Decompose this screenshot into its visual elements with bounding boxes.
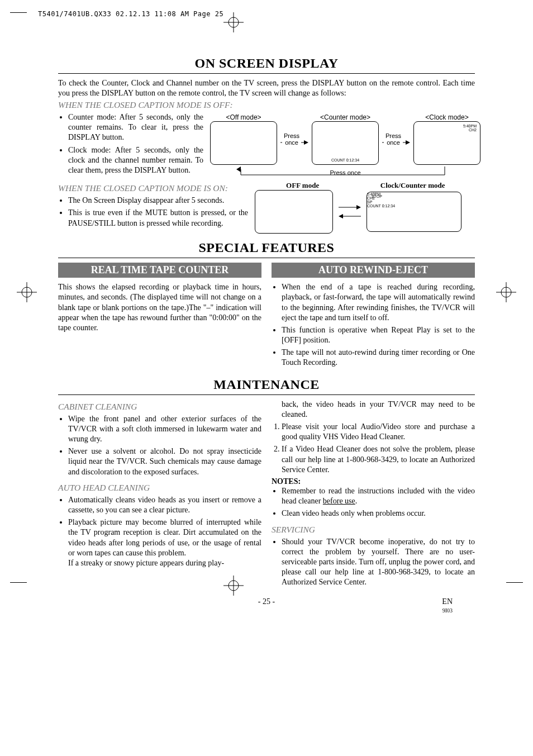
registration-mark-right — [496, 282, 516, 302]
press-once-label: Press — [284, 132, 299, 139]
page-footer: - 25 - EN — [58, 597, 475, 606]
off-mode-label: <Off mode> — [210, 113, 277, 121]
registration-mark-bottom — [223, 576, 244, 596]
stop-label: STOP — [372, 194, 382, 198]
count-readout: COUNT 0:12:34 — [367, 204, 461, 208]
servicing-heading: SERVICING — [272, 525, 475, 535]
continuation-text: back, the video heads in your TV/VCR may… — [272, 400, 475, 420]
svg-marker-15 — [406, 140, 410, 145]
screen-box-off — [210, 121, 277, 165]
crop-mark — [506, 582, 523, 583]
crop-mark — [10, 582, 27, 583]
clock-mode-label: <Clock mode> — [413, 113, 480, 121]
numbered-steps: Please visit your local Audio/Video stor… — [272, 422, 475, 475]
list-item: Should your TV/VCR become inoperative, d… — [282, 537, 475, 588]
lang-indicator: EN — [442, 597, 453, 606]
svg-marker-13 — [304, 140, 308, 145]
list-item: Clean video heads only when problems occ… — [282, 508, 475, 519]
list-item: This is true even if the MUTE button is … — [68, 208, 248, 228]
press-once-label: once — [285, 139, 298, 146]
off-mode-bold: OFF mode — [255, 181, 350, 190]
notes-bullet-list: Remember to read the instructions includ… — [272, 486, 475, 519]
clock-time: 5:40PM — [463, 124, 477, 128]
auto-rewind-header: AUTO REWIND-EJECT — [272, 263, 475, 278]
servicing-bullet-list: Should your TV/VCR become inoperative, d… — [272, 537, 475, 588]
press-once-label: once — [387, 139, 400, 146]
section-title-special: SPECIAL FEATURES — [58, 240, 475, 255]
crop-mark — [10, 12, 27, 13]
list-item: Playback picture may become blurred of i… — [68, 517, 261, 568]
list-item: Automatically cleans video heads as you … — [68, 495, 261, 515]
list-item: Clock mode: After 5 seconds, only the cl… — [68, 145, 203, 176]
list-item: The tape will not auto-rewind during tim… — [282, 348, 475, 368]
real-time-counter-header: REAL TIME TAPE COUNTER — [58, 263, 261, 278]
cc-on-heading: WHEN THE CLOSED CAPTION MODE IS ON: — [58, 183, 248, 193]
screen-box-counter: COUNT 0:12:34 — [312, 121, 379, 165]
registration-mark-top — [223, 12, 244, 32]
clock-counter-bold: Clock/Counter mode — [350, 181, 475, 190]
cabinet-cleaning-heading: CABINET CLEANING — [58, 402, 261, 412]
auto-head-heading: AUTO HEAD CLEANING — [58, 483, 261, 493]
divider — [58, 394, 475, 395]
divider — [58, 73, 475, 74]
osd-diagram: <Off mode> <Counter mode> <Clock mode> P… — [210, 113, 480, 178]
count-readout: COUNT 0:12:34 — [312, 158, 378, 162]
real-time-counter-body: This shows the elapsed recording or play… — [58, 282, 261, 333]
auto-rewind-list: When the end of a tape is reached during… — [272, 282, 475, 368]
svg-marker-21 — [356, 205, 361, 210]
list-item: If a Video Head Cleaner does not solve t… — [282, 444, 475, 475]
list-item: Please visit your local Audio/Video stor… — [282, 422, 475, 442]
screen-box-clock-counter: STOP 5:40PM CH2 SP COUNT 0:12:34 — [367, 192, 461, 232]
list-item: When the end of a tape is reached during… — [282, 282, 475, 323]
section-title-maintenance: MAINTENANCE — [58, 377, 475, 392]
section-title-osd: ON SCREEN DISPLAY — [58, 56, 475, 71]
proof-header: T5401/7401UB.QX33 02.12.13 11:08 AM Page… — [38, 10, 223, 18]
list-item: This function is operative when Repeat P… — [282, 325, 475, 345]
divider — [58, 258, 475, 258]
registration-mark-left — [17, 282, 37, 302]
cabinet-bullet-list: Wipe the front panel and other exterior … — [58, 414, 261, 477]
cc-off-bullet-list: Counter mode: After 5 seconds, only the … — [58, 112, 203, 175]
osd-diagram-2: OFF mode Clock/Counter mode STOP 5:40PM … — [255, 181, 475, 234]
svg-marker-16 — [236, 167, 241, 172]
screen-box-clock: 5:40PM CH2 — [413, 121, 480, 165]
sp-label: SP — [367, 200, 461, 204]
cc-off-heading: WHEN THE CLOSED CAPTION MODE IS OFF: — [58, 100, 475, 110]
list-item: The On Screen Display disappear after 5 … — [68, 196, 248, 206]
osd-intro: To check the Counter, Clock and Channel … — [58, 78, 475, 98]
list-item: Counter mode: After 5 seconds, only the … — [68, 112, 203, 143]
cc-on-bullet-list: The On Screen Display disappear after 5 … — [58, 196, 248, 229]
press-once-label: Press — [386, 132, 401, 139]
clock-channel: CH2 — [469, 128, 477, 132]
doc-id: 9I03 — [58, 607, 475, 614]
auto-head-bullet-list: Automatically cleans video heads as you … — [58, 495, 261, 568]
svg-marker-23 — [339, 214, 343, 218]
page-number: - 25 - — [258, 597, 275, 606]
counter-mode-label: <Counter mode> — [312, 113, 379, 121]
notes-label: NOTES: — [272, 477, 475, 486]
screen-box-off-2 — [255, 190, 333, 234]
list-item: Never use a solvent or alcohol. Do not s… — [68, 446, 261, 477]
list-item: Wipe the front panel and other exterior … — [68, 414, 261, 445]
list-item: Remember to read the instructions includ… — [282, 486, 475, 506]
